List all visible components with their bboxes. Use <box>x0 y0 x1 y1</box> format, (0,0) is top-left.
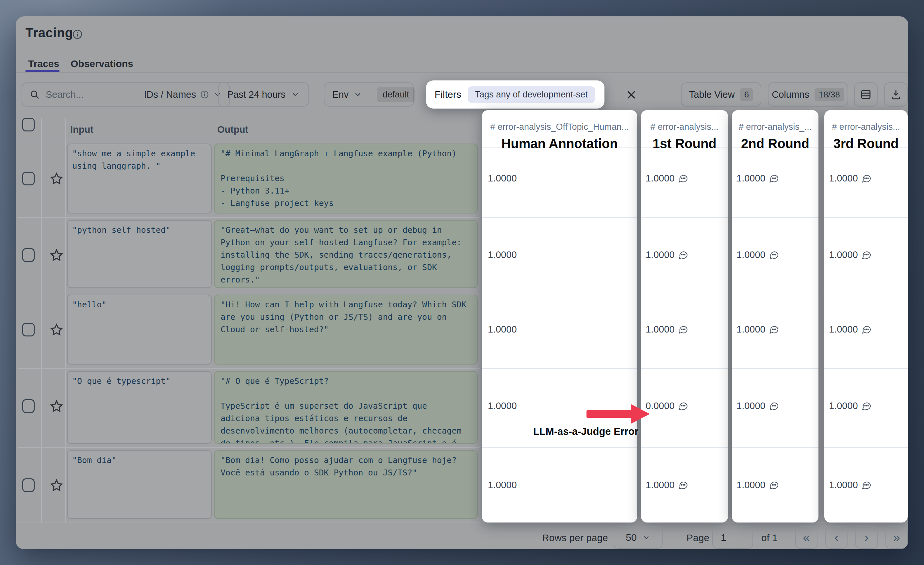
time-range-button[interactable]: Past 24 hours <box>218 83 309 107</box>
columns-button[interactable]: Columns 18/38 <box>768 83 848 107</box>
columns-label: Columns <box>772 89 809 100</box>
score-value: 1.0000 <box>488 480 517 490</box>
score-cell: 1.0000 <box>488 248 517 262</box>
row-checkbox[interactable] <box>22 323 34 337</box>
previous-page-button[interactable]: ‹ <box>825 526 848 548</box>
row-height-button[interactable] <box>854 83 878 107</box>
page-total-label: of 1 <box>761 532 778 543</box>
comment-icon[interactable] <box>678 401 688 411</box>
table-row[interactable]: "Bom dia" "Bom dia! Como posso ajudar co… <box>16 447 480 523</box>
star-icon[interactable] <box>50 248 64 263</box>
row-separator <box>824 292 908 292</box>
row-checkbox[interactable] <box>22 248 34 262</box>
comment-icon[interactable] <box>769 401 779 411</box>
table-view-button[interactable]: Table View 6 <box>681 83 761 107</box>
row-separator <box>732 292 819 292</box>
row-checkbox[interactable] <box>22 172 34 185</box>
comment-icon[interactable] <box>861 249 872 260</box>
table-row[interactable]: "python self hosted" "Great—what do you … <box>16 217 480 292</box>
column-header-output: Output <box>217 124 248 135</box>
score-value: 1.0000 <box>829 401 858 411</box>
score-value: 1.0000 <box>488 173 517 184</box>
row-separator <box>824 368 908 369</box>
env-filter-button[interactable]: Env default <box>324 83 414 107</box>
score-column-3rd-round: # error-analysis... 3rd Round 1.0000 1.0… <box>824 110 908 523</box>
comment-icon[interactable] <box>678 480 688 490</box>
tab-observations[interactable]: Observations <box>70 58 133 69</box>
row-separator <box>732 447 819 448</box>
score-value: 1.0000 <box>736 249 765 260</box>
export-button[interactable] <box>884 83 908 107</box>
comment-icon[interactable] <box>678 173 688 183</box>
score-value: 1.0000 <box>646 480 675 490</box>
output-cell[interactable]: "Great—what do you want to set up or deb… <box>214 220 478 288</box>
input-cell[interactable]: "python self hosted" <box>67 220 212 288</box>
comment-icon[interactable] <box>769 249 779 260</box>
row-separator <box>641 292 728 292</box>
comment-icon[interactable] <box>861 324 872 335</box>
score-column-id[interactable]: # error-analysis... <box>824 122 908 132</box>
search-input[interactable]: Search... IDs / Names <box>22 83 230 107</box>
rows-per-page-select[interactable]: 50 <box>614 526 663 548</box>
score-column-id[interactable]: # error-analysis_... <box>732 122 819 132</box>
score-cell: 0.0000 <box>646 398 688 413</box>
first-page-button[interactable]: « <box>795 526 818 548</box>
score-column-id[interactable]: # error-analysis... <box>641 122 728 132</box>
row-separator <box>824 217 908 218</box>
score-column-subtitle: 3rd Round <box>824 136 908 151</box>
score-value: 1.0000 <box>829 173 858 184</box>
score-column-2nd-round: # error-analysis_... 2nd Round 1.0000 1.… <box>732 110 819 523</box>
output-cell[interactable]: "# O que é TypeScript? TypeScript é um s… <box>214 371 478 444</box>
info-icon <box>200 90 209 99</box>
column-header-input: Input <box>70 124 93 135</box>
env-label: Env <box>332 89 349 100</box>
search-mode-select[interactable]: IDs / Names <box>144 89 222 100</box>
output-cell[interactable]: "Hi! How can I help with Langfuse today?… <box>214 295 478 365</box>
row-separator <box>482 292 637 292</box>
comment-icon[interactable] <box>861 401 872 411</box>
row-checkbox[interactable] <box>22 478 34 492</box>
select-all-checkbox[interactable] <box>22 118 34 131</box>
annotation-arrow-head <box>631 404 650 424</box>
table-row[interactable]: "O que é typescript" "# O que é TypeScri… <box>16 368 480 447</box>
input-cell[interactable]: "hello" <box>67 295 212 365</box>
comment-icon[interactable] <box>769 173 779 183</box>
next-page-button[interactable]: › <box>855 526 878 548</box>
star-icon[interactable] <box>50 478 64 493</box>
score-column-id[interactable]: # error-analysis_OffTopic_Human... <box>482 122 637 132</box>
score-column-subtitle: 2nd Round <box>732 136 819 151</box>
comment-icon[interactable] <box>769 324 779 335</box>
tab-traces[interactable]: Traces <box>28 58 59 69</box>
comment-icon[interactable] <box>861 173 872 183</box>
comment-icon[interactable] <box>769 480 779 490</box>
chevron-down-icon <box>353 90 362 99</box>
star-icon[interactable] <box>50 323 64 337</box>
info-icon[interactable] <box>72 29 83 40</box>
input-cell[interactable]: "O que é typescript" <box>67 371 212 444</box>
table-row[interactable]: "hello" "Hi! How can I help with Langfus… <box>16 292 480 368</box>
star-icon[interactable] <box>50 399 64 413</box>
last-page-button[interactable]: » <box>885 526 908 548</box>
input-cell[interactable]: "Bom dia" <box>67 450 212 519</box>
comment-icon[interactable] <box>678 249 688 260</box>
output-cell[interactable]: "# Minimal LangGraph + Langfuse example … <box>214 144 478 213</box>
input-cell[interactable]: "show me a simple example using langgrap… <box>67 144 212 213</box>
filters-button[interactable]: Filters Tags any of development-set <box>426 80 604 108</box>
output-cell[interactable]: "Bom dia! Como posso ajudar com o Langfu… <box>214 450 478 519</box>
rows-per-page-label: Rows per page <box>542 532 608 543</box>
row-separator <box>641 447 728 448</box>
score-column-1st-round: # error-analysis... 1st Round 1.0000 1.0… <box>641 110 728 523</box>
page-number-input[interactable]: 1 <box>712 526 753 548</box>
comment-icon[interactable] <box>861 480 872 490</box>
active-tab-underline <box>26 70 60 72</box>
score-cell: 1.0000 <box>646 248 688 262</box>
filter-chip[interactable]: Tags any of development-set <box>468 86 595 103</box>
row-checkbox[interactable] <box>22 399 34 413</box>
table-view-count-badge: 6 <box>740 88 753 101</box>
clear-filter-button[interactable] <box>624 88 638 102</box>
score-cell: 1.0000 <box>736 248 779 262</box>
score-cell: 1.0000 <box>829 398 872 413</box>
table-row[interactable]: "show me a simple example using langgrap… <box>16 141 480 217</box>
star-icon[interactable] <box>50 172 64 186</box>
comment-icon[interactable] <box>678 324 688 335</box>
